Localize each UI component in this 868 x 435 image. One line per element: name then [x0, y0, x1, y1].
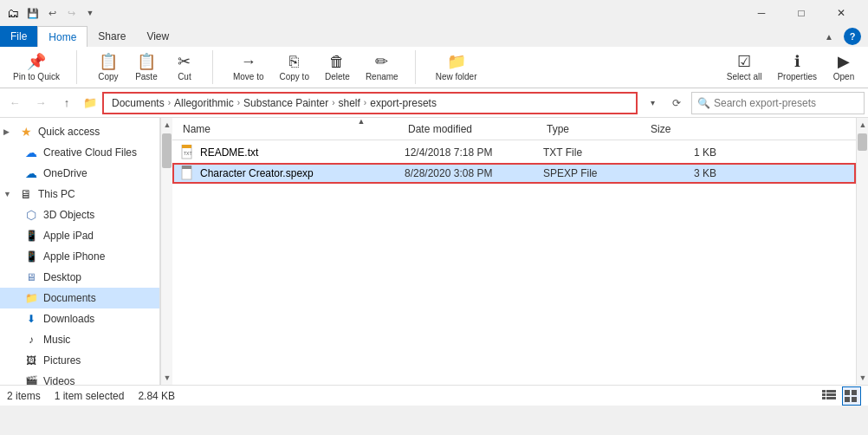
character-creator-type: SPEXP File	[543, 167, 647, 179]
new-folder-icon: 📁	[447, 53, 466, 72]
sidebar-item-quick-access[interactable]: ▶ ★ Quick access	[0, 121, 159, 142]
minimize-button[interactable]: ─	[742, 0, 781, 26]
creative-cloud-icon: ☁	[24, 146, 38, 159]
bc-shelf[interactable]: shelf	[336, 96, 363, 110]
copy-to-button[interactable]: ⎘ Copy to	[274, 50, 315, 84]
cut-label: Cut	[178, 72, 191, 81]
quick-access-toolbar: 🗂 💾 ↩ ↪ ▼	[7, 4, 99, 22]
maximize-button[interactable]: □	[781, 0, 821, 26]
title-bar: 🗂 💾 ↩ ↪ ▼ ─ □ ✕	[0, 0, 868, 26]
sidebar-item-videos[interactable]: 🎬 Videos	[0, 371, 159, 385]
sidebar-label-this-pc: This PC	[38, 188, 75, 200]
new-folder-label: New folder	[436, 72, 477, 81]
size-info: 2.84 KB	[138, 390, 175, 402]
col-header-size[interactable]: Size	[647, 118, 716, 140]
copy-label: Copy	[98, 72, 118, 81]
svg-rect-9	[822, 397, 826, 399]
paste-button[interactable]: 📋 Paste	[129, 50, 164, 84]
sidebar-item-3d-objects[interactable]: ⬡ 3D Objects	[0, 205, 159, 225]
bc-allegorithmic[interactable]: Allegorithmic	[172, 96, 236, 110]
cut-icon: ✂	[178, 53, 191, 72]
title-bar-controls: ─ □ ✕	[742, 0, 861, 26]
bc-substance-painter[interactable]: Substance Painter	[241, 96, 331, 110]
pin-to-quick-button[interactable]: 📌 Pin to Quick	[7, 50, 66, 84]
file-row-character-creator[interactable]: Character Creator.spexp 8/28/2020 3:08 P…	[172, 163, 856, 184]
tab-file[interactable]: File	[0, 26, 37, 47]
sidebar-item-onedrive[interactable]: ☁ OneDrive	[0, 163, 159, 184]
col-header-type[interactable]: Type	[543, 118, 647, 140]
bc-sep1: ›	[168, 98, 171, 107]
title-bar-left: 🗂 💾 ↩ ↪ ▼	[7, 4, 99, 22]
save-icon[interactable]: 💾	[24, 4, 42, 22]
rename-icon: ✏	[375, 53, 388, 72]
svg-rect-6	[826, 390, 836, 393]
cut-button[interactable]: ✂ Cut	[167, 50, 202, 84]
bc-export-presets[interactable]: export-presets	[367, 96, 439, 110]
copy-button[interactable]: 📋 Copy	[91, 50, 126, 84]
refresh-button[interactable]: ⟳	[665, 92, 688, 114]
sidebar-scrollbar[interactable]: ▲ ▼	[160, 118, 172, 385]
character-creator-name: Character Creator.spexp	[200, 167, 405, 179]
sidebar-scroll-up[interactable]: ▲	[161, 118, 173, 132]
help-icon[interactable]: ?	[844, 28, 861, 45]
collapse-ribbon-icon[interactable]: ▲	[818, 25, 840, 48]
ribbon-new-group: 📁 New folder	[430, 50, 483, 84]
sidebar-label-quick-access: Quick access	[38, 126, 100, 138]
select-all-label: Select all	[727, 72, 762, 81]
undo-icon[interactable]: ↩	[43, 4, 61, 22]
up-button[interactable]: ↑	[55, 92, 78, 114]
redo-icon[interactable]: ↪	[62, 4, 80, 22]
open-icon: ▶	[838, 53, 850, 72]
sidebar-scroll-down[interactable]: ▼	[161, 371, 173, 385]
svg-rect-8	[826, 393, 836, 396]
new-folder-button[interactable]: 📁 New folder	[430, 50, 483, 84]
sidebar-scroll-thumb[interactable]	[162, 133, 172, 168]
sidebar-item-downloads[interactable]: ⬇ Downloads	[0, 308, 159, 329]
file-row-readme[interactable]: TXT README.txt 12/4/2018 7:18 PM TXT Fil…	[172, 142, 856, 163]
delete-button[interactable]: 🗑 Delete	[319, 50, 356, 84]
select-all-button[interactable]: ☑ Select all	[721, 50, 768, 84]
tab-home[interactable]: Home	[37, 26, 87, 47]
address-dropdown-button[interactable]: ▾	[641, 92, 664, 114]
sidebar-item-this-pc[interactable]: ▼ 🖥 This PC	[0, 184, 159, 205]
3d-objects-icon: ⬡	[24, 208, 38, 222]
quick-access-icon: ★	[19, 125, 33, 139]
open-button[interactable]: ▶ Open	[826, 50, 861, 84]
search-box[interactable]: 🔍	[691, 92, 865, 114]
move-to-button[interactable]: → Move to	[227, 50, 270, 84]
sidebar-item-apple-iphone[interactable]: 📱 Apple iPhone	[0, 246, 159, 267]
tab-share[interactable]: Share	[87, 26, 136, 47]
details-view-icon[interactable]	[819, 386, 839, 406]
address-box[interactable]: Documents › Allegorithmic › Substance Pa…	[102, 92, 638, 114]
close-button[interactable]: ✕	[821, 0, 861, 26]
tab-view[interactable]: View	[136, 26, 179, 47]
properties-button[interactable]: ℹ Properties	[771, 50, 823, 84]
sidebar-item-documents[interactable]: 📁 Documents	[0, 288, 159, 308]
sidebar-item-music[interactable]: ♪ Music	[0, 329, 159, 350]
sidebar-label-apple-ipad: Apple iPad	[43, 230, 94, 242]
downloads-icon: ⬇	[24, 312, 38, 326]
back-button[interactable]: ←	[3, 92, 26, 114]
address-buttons: ▾ ⟳	[641, 92, 688, 114]
app-icon: 🗂	[7, 6, 19, 20]
open-label: Open	[833, 72, 854, 81]
delete-icon: 🗑	[329, 53, 345, 72]
rename-button[interactable]: ✏ Rename	[360, 50, 405, 84]
col-header-date[interactable]: Date modified	[405, 118, 543, 140]
forward-button[interactable]: →	[29, 92, 52, 114]
col-header-name[interactable]: Name	[179, 118, 405, 140]
svg-rect-1	[182, 145, 191, 148]
bc-documents[interactable]: Documents	[109, 96, 167, 110]
sidebar-item-creative-cloud[interactable]: ☁ Creative Cloud Files	[0, 142, 159, 163]
properties-label: Properties	[777, 72, 817, 81]
dropdown-icon[interactable]: ▼	[81, 4, 99, 22]
delete-label: Delete	[325, 72, 350, 81]
sidebar-item-desktop[interactable]: 🖥 Desktop	[0, 267, 159, 288]
sidebar-item-apple-ipad[interactable]: 📱 Apple iPad	[0, 225, 159, 246]
svg-rect-11	[845, 390, 850, 395]
search-input[interactable]	[714, 97, 858, 109]
sidebar-item-pictures[interactable]: 🖼 Pictures	[0, 350, 159, 371]
onedrive-icon: ☁	[24, 166, 38, 180]
expand-icon-this-pc: ▼	[3, 190, 14, 198]
ribbon-right-icons: ▲ ?	[818, 26, 868, 47]
